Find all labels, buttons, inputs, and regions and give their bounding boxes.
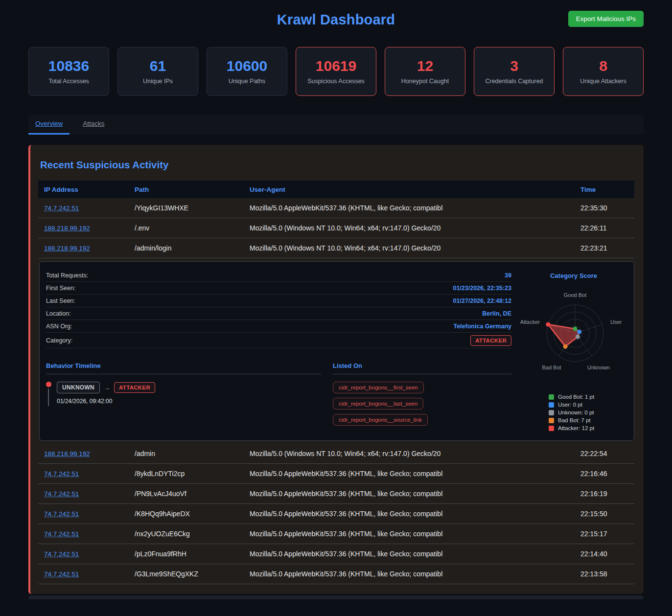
time-cell: 22:22:54	[580, 450, 634, 457]
behavior-timeline-title: Behavior Timeline	[46, 362, 321, 374]
listed-badge[interactable]: cidr_report_bogons__last_seen	[333, 398, 423, 410]
stat-card-total-accesses: 10836 Total Accesses	[28, 47, 109, 96]
ip-link[interactable]: 188.218.99.192	[44, 450, 90, 457]
tab-attacks[interactable]: Attacks	[76, 115, 111, 135]
field-label: Last Seen:	[46, 297, 75, 304]
svg-text:Unknown: Unknown	[587, 365, 610, 370]
legend-label: Bad Bot: 7 pt	[558, 417, 591, 423]
timeline-content: UNKNOWN → ATTACKER 01/24/2026, 09:42:00	[57, 382, 155, 406]
ip-link[interactable]: 74.7.242.51	[44, 550, 79, 558]
svg-text:Bad Bot: Bad Bot	[542, 365, 561, 370]
listed-badge[interactable]: cidr_report_bogons__source_link	[333, 414, 428, 426]
col-header-ip: IP Address	[44, 186, 135, 193]
field-value: Berlin, DE	[482, 310, 511, 317]
stat-card-unique-attackers: 8 Unique Attackers	[563, 47, 644, 96]
path-cell: /YiqykGI13WHXE	[135, 204, 250, 212]
stat-label: Unique Paths	[229, 78, 265, 85]
timeline-entry: UNKNOWN → ATTACKER 01/24/2026, 09:42:00	[46, 382, 321, 406]
stat-card-honeypot-caught: 12 Honeypot Caught	[385, 47, 465, 96]
table-header-row: IP Address Path User-Agent Time	[38, 181, 634, 198]
stat-card-credentials-captured: 3 Credentials Captured	[474, 47, 555, 96]
ip-detail-panel: Total Requests: 39 First Seen: 01/23/202…	[39, 261, 634, 441]
field-label: Total Requests:	[46, 272, 88, 279]
table-row: 188.218.99.192 /admin/login Mozilla/5.0 …	[38, 238, 634, 258]
listed-badge[interactable]: cidr_report_bogons__first_seen	[333, 382, 424, 393]
recent-suspicious-activity-panel: Recent Suspicious Activity IP Address Pa…	[28, 145, 644, 594]
ip-link[interactable]: 74.7.242.51	[44, 205, 79, 212]
next-panel-edge	[28, 595, 644, 599]
ip-link[interactable]: 74.7.242.51	[44, 530, 79, 538]
stat-value: 10619	[316, 59, 356, 73]
stat-label: Credentials Captured	[485, 78, 543, 85]
category-score-chart: Category Score Good BotUserUnknownBad Bo…	[520, 269, 627, 433]
table-row: 74.7.242.51 /G3Lme9ShEQgXKZ Mozilla/5.0 …	[38, 564, 634, 584]
svg-text:Good Bot: Good Bot	[564, 292, 586, 298]
table-row: 74.7.242.51 /YiqykGI13WHXE Mozilla/5.0 A…	[38, 198, 634, 218]
table-row: 188.218.99.192 /.env Mozilla/5.0 (Window…	[38, 218, 634, 238]
legend-item: Good Bot: 1 pt	[549, 394, 627, 400]
table-row: 74.7.242.51 /nx2yUOZuE6Ckg Mozilla/5.0 A…	[38, 524, 634, 544]
timeline-line	[48, 388, 49, 406]
category-badge: ATTACKER	[470, 335, 511, 346]
col-header-path: Path	[135, 186, 250, 193]
field-label: Location:	[46, 310, 71, 317]
ip-link[interactable]: 74.7.242.51	[44, 470, 79, 478]
table-row: 188.218.99.192 /admin Mozilla/5.0 (Windo…	[38, 444, 634, 464]
table-row: 74.7.242.51 /K8HQq9hAipeDX Mozilla/5.0 A…	[38, 504, 634, 524]
legend-item: Unknown: 0 pt	[549, 410, 627, 415]
path-cell: /K8HQq9hAipeDX	[135, 510, 250, 518]
ip-detail-left: Total Requests: 39 First Seen: 01/23/202…	[46, 269, 511, 433]
path-cell: /G3Lme9ShEQgXKZ	[135, 570, 250, 578]
time-cell: 22:35:30	[580, 204, 634, 212]
path-cell: /8ykdLnDYTi2cp	[135, 470, 250, 478]
stat-value: 8	[599, 59, 607, 73]
field-label: Category:	[46, 337, 72, 344]
tab-overview[interactable]: Overview	[28, 115, 70, 135]
stat-value: 61	[150, 59, 166, 73]
field-value: 01/27/2026, 22:48:12	[453, 297, 511, 304]
timeline-timestamp: 01/24/2026, 09:42:00	[57, 398, 155, 405]
time-cell: 22:14:40	[580, 550, 634, 558]
field-value: 39	[505, 272, 511, 279]
detail-field-location: Location: Berlin, DE	[46, 307, 511, 320]
ip-link[interactable]: 74.7.242.51	[44, 510, 79, 518]
ua-cell: Mozilla/5.0 (Windows NT 10.0; Win64; x64…	[250, 244, 580, 252]
col-header-time: Time	[580, 186, 634, 193]
detail-sub-columns: Behavior Timeline UNKNOWN → ATTACKER	[46, 362, 511, 426]
timeline-transition: UNKNOWN → ATTACKER	[57, 382, 155, 393]
detail-field-last-seen: Last Seen: 01/27/2026, 22:48:12	[46, 295, 511, 307]
chart-legend: Good Bot: 1 pt User: 0 pt Unknown: 0 pt …	[520, 394, 627, 431]
ua-cell: Mozilla/5.0 (Windows NT 10.0; Win64; x64…	[250, 450, 580, 457]
detail-field-first-seen: First Seen: 01/23/2026, 22:35:23	[46, 282, 511, 295]
svg-text:User: User	[610, 319, 622, 325]
stat-card-unique-ips: 61 Unique IPs	[117, 47, 198, 96]
legend-item: Bad Bot: 7 pt	[549, 417, 627, 423]
path-cell: /nx2yUOZuE6Ckg	[135, 530, 250, 538]
ip-link[interactable]: 188.218.99.192	[44, 225, 90, 232]
ip-link[interactable]: 188.218.99.192	[44, 245, 90, 252]
radar-chart: Good BotUserUnknownBad BotAttacker	[517, 280, 627, 386]
time-cell: 22:26:11	[580, 224, 634, 232]
timeline-marker	[46, 382, 57, 406]
legend-label: User: 0 pt	[558, 402, 582, 408]
svg-text:Attacker: Attacker	[520, 319, 540, 325]
path-cell: /pLz0Fnua9fRhH	[135, 550, 250, 558]
ua-cell: Mozilla/5.0 AppleWebKit/537.36 (KHTML, l…	[250, 204, 580, 212]
ip-link[interactable]: 74.7.242.51	[44, 570, 79, 578]
detail-field-asn-org: ASN Org: Telefonica Germany	[46, 320, 511, 333]
legend-item: Attacker: 12 pt	[549, 425, 627, 431]
path-cell: /PN9LvAcJ4uoVf	[135, 490, 250, 498]
ua-cell: Mozilla/5.0 AppleWebKit/537.36 (KHTML, l…	[250, 490, 580, 498]
stat-value: 12	[417, 59, 433, 73]
field-label: ASN Org:	[46, 323, 72, 330]
table-row: 74.7.242.51 /PN9LvAcJ4uoVf Mozilla/5.0 A…	[38, 484, 634, 504]
path-cell: /admin	[135, 450, 250, 457]
page: Krawl Dashboard Export Malicious IPs 108…	[0, 0, 672, 599]
export-malicious-ips-button[interactable]: Export Malicious IPs	[568, 11, 644, 27]
chart-title: Category Score	[520, 272, 627, 279]
ip-link[interactable]: 74.7.242.51	[44, 490, 79, 498]
behavior-timeline-section: Behavior Timeline UNKNOWN → ATTACKER	[46, 362, 321, 426]
legend-label: Attacker: 12 pt	[558, 425, 594, 431]
timeline-from-badge: UNKNOWN	[57, 382, 100, 393]
legend-swatch-attacker	[549, 426, 554, 431]
